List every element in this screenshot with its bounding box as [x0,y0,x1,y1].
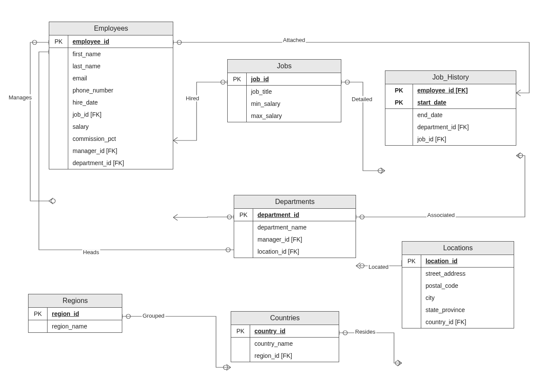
attr: job_id [FK] [413,133,516,145]
svg-point-27 [360,215,364,219]
pk-marker: PK [385,84,413,96]
svg-line-16 [381,171,385,174]
svg-line-29 [516,156,521,159]
svg-point-33 [360,264,364,268]
attr: end_date [413,109,516,121]
svg-line-3 [49,201,53,204]
attr: department_id [FK] [68,157,173,169]
attr: street_address [421,268,514,280]
entity-jobs: Jobs PK job_id job_title min_salary max_… [227,59,341,122]
attr: min_salary [247,98,341,110]
attr: first_name [68,48,173,60]
attr: country_id [FK] [421,316,514,328]
label-attached: Attached [282,37,306,43]
svg-line-18 [173,214,178,217]
attr: country_name [250,338,339,350]
entity-title: Regions [29,294,122,308]
pk-field: department_id [253,209,356,221]
svg-point-24 [226,248,230,252]
entity-title: Jobs [228,60,341,73]
label-heads: Heads [82,249,100,255]
svg-line-42 [397,360,402,363]
entity-title: Employees [49,22,173,35]
attr: job_title [247,86,341,98]
erd-canvas: Manages Attached Hired Detailed Associat… [0,0,553,392]
svg-line-2 [49,198,53,201]
svg-line-28 [516,153,521,156]
attr: region_name [48,320,122,332]
attr: location_id [FK] [253,245,356,258]
entity-job-history: Job_History PK employee_id [FK] PK start… [385,70,516,146]
attr: manager_id [FK] [68,145,173,157]
pk-marker: PK [228,73,247,85]
pk-marker: PK [385,96,413,108]
svg-point-20 [227,215,232,219]
attr: last_name [68,60,173,72]
entity-title: Countries [231,312,339,325]
svg-line-38 [226,367,231,370]
svg-point-4 [51,199,55,203]
label-resides: Resides [354,328,376,335]
svg-line-9 [173,137,178,140]
svg-line-32 [356,266,360,269]
attr: email [68,72,173,84]
svg-line-37 [226,364,231,367]
attr: postal_code [421,280,514,292]
pk-field: start_date [413,96,516,108]
attr: salary [68,121,173,133]
svg-line-7 [516,90,521,93]
attr: max_salary [247,110,341,122]
attr: job_id [FK] [68,108,173,121]
pk-marker: PK [29,308,48,320]
entity-countries: Countries PK country_id country_name reg… [231,311,339,362]
attr: phone_number [68,84,173,96]
label-grouped: Grouped [142,312,165,319]
pk-field: job_id [247,73,341,85]
entity-title: Locations [402,242,514,255]
entity-title: Job_History [385,71,516,84]
attr: state_province [421,304,514,316]
pk-field: region_id [48,308,122,320]
label-detailed: Detailed [351,96,373,102]
svg-point-41 [343,331,347,335]
svg-point-44 [395,361,400,365]
svg-point-11 [221,80,225,84]
svg-line-43 [397,363,402,366]
pk-marker: PK [234,209,253,221]
label-associated: Associated [426,212,456,218]
attr: hire_date [68,96,173,108]
svg-line-10 [173,140,178,143]
attr: commission_pct [68,133,173,145]
pk-marker: PK [402,255,421,267]
pk-marker: PK [49,35,68,48]
attr: manager_id [FK] [253,233,356,245]
pk-field: location_id [421,255,514,267]
label-hired: Hired [185,95,200,102]
svg-point-39 [223,365,228,370]
svg-line-8 [516,93,521,96]
label-located: Located [368,264,389,270]
entity-title: Departments [234,195,356,209]
pk-field: country_id [250,325,339,337]
svg-line-19 [173,217,178,220]
svg-point-36 [126,314,130,319]
attr: department_id [FK] [413,121,516,133]
svg-line-31 [356,263,360,266]
svg-point-6 [177,40,181,45]
entity-regions: Regions PK region_id region_name [28,294,122,333]
entity-employees: Employees PK employee_id first_name last… [49,22,173,169]
svg-line-15 [381,168,385,171]
svg-point-17 [378,169,382,173]
label-manages: Manages [8,94,32,101]
svg-point-1 [32,40,37,45]
attr: region_id [FK] [250,350,339,362]
attr: city [421,292,514,304]
pk-marker: PK [231,325,250,337]
entity-locations: Locations PK location_id street_address … [402,241,514,328]
pk-field: employee_id [FK] [413,84,516,96]
svg-point-30 [518,153,523,158]
svg-point-14 [345,80,350,84]
entity-departments: Departments PK department_id department_… [234,195,356,258]
attr: department_name [253,221,356,233]
pk-field: employee_id [68,35,173,48]
